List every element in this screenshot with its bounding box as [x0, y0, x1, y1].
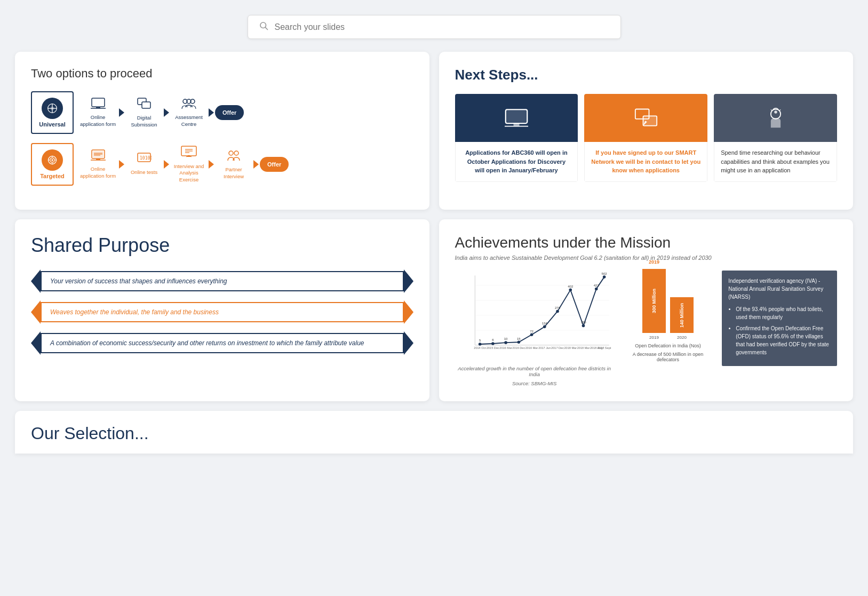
svg-text:270: 270 [554, 306, 560, 309]
targeted-pathway: Targeted Onlineapplication form 10101 On… [31, 142, 413, 186]
bar-year-2020: 2020 [677, 335, 687, 340]
step-label-tests: Online tests [131, 169, 157, 176]
info-list: Of the 93.4% people who had toilets, use… [728, 305, 831, 356]
svg-point-3 [51, 107, 54, 110]
targeted-label: Targeted [40, 173, 65, 179]
step-online-tests: 10101 Online tests [125, 149, 163, 179]
svg-point-47 [530, 333, 533, 336]
next-step-header-1 [455, 94, 578, 142]
arrow-t4 [253, 160, 259, 169]
purpose-item-3: A combination of economic success/securi… [31, 331, 413, 355]
bottom-partial: Our Selection... [0, 411, 868, 463]
targeted-start: Targeted [31, 143, 74, 186]
svg-text:2017 Dec: 2017 Dec [551, 346, 564, 349]
targeted-circle-icon [42, 149, 63, 171]
svg-text:422: 422 [593, 284, 599, 287]
step-label-assessment: AssessmentCentre [175, 114, 203, 128]
svg-text:502: 502 [601, 272, 607, 275]
svg-point-51 [582, 324, 585, 328]
svg-text:6: 6 [492, 338, 494, 341]
arrow-t3 [209, 160, 214, 169]
next-step-header-3 [714, 94, 837, 142]
bar-2019-label: 2019 [649, 259, 659, 265]
partner-icon [226, 149, 242, 164]
step-interview: Interview andAnalysisExercise [170, 142, 208, 186]
step-assessment: AssessmentCentre [170, 94, 208, 131]
slide4-title: Achievements under the Mission [455, 234, 838, 251]
svg-rect-5 [96, 107, 100, 108]
svg-text:10: 10 [504, 338, 507, 341]
svg-point-34 [774, 110, 777, 114]
chevron-right-1 [404, 269, 413, 293]
svg-text:10101: 10101 [140, 156, 152, 161]
svg-point-52 [594, 288, 598, 291]
arrow-t1 [119, 160, 124, 169]
universal-pathway: Universal Onlineapplication form Digital… [31, 91, 413, 134]
slide-next-steps: Next Steps... Applications for ABC360 wi… [439, 52, 854, 210]
svg-point-50 [569, 289, 572, 292]
svg-point-26 [229, 151, 233, 155]
slide-achievements: Achievements under the Mission India aim… [439, 219, 854, 401]
step-partner-interview: PartnerInterview [215, 146, 252, 183]
chevron-right-3 [404, 331, 413, 355]
info-bullet-1: Of the 93.4% people who had toilets, use… [736, 305, 831, 321]
svg-line-1 [265, 27, 267, 29]
slide1-title: Two options to proceed [31, 67, 413, 81]
chevron-left-1 [31, 269, 41, 293]
bar-2020-label-top: 2020 [676, 297, 687, 303]
search-bar [248, 15, 621, 39]
targeted-offer: Offer [260, 157, 289, 172]
step-label-online-app-1: Onlineapplication form [80, 114, 116, 128]
arrow2 [164, 108, 169, 117]
slide-two-options: Two options to proceed Universal Onlinea… [15, 52, 429, 210]
laptop-icon-2 [91, 149, 106, 164]
chat-icon [137, 97, 152, 113]
bar-year-2019: 2019 [649, 335, 659, 340]
chevron-right-2 [404, 300, 413, 324]
purpose-bar-2: Weaves together the individual, the fami… [41, 302, 404, 322]
line-chart-source: Source: SBMG-MIS [455, 380, 614, 386]
next-step-header-2 [584, 94, 707, 142]
svg-text:5: 5 [479, 339, 481, 342]
search-input[interactable] [275, 22, 610, 32]
bar-2020-value: 140 Million [679, 303, 684, 328]
arrow3 [209, 108, 214, 117]
next-step-card-2: If you have signed up to our SMART Netwo… [584, 94, 707, 182]
bar-col-2020: 2020 140 Million 2020 [670, 269, 694, 340]
svg-text:134: 134 [541, 322, 547, 325]
svg-point-43 [478, 343, 481, 346]
svg-text:15: 15 [516, 337, 520, 340]
svg-text:150: 150 [580, 321, 586, 324]
tests-icon: 10101 [137, 153, 152, 167]
universal-circle-icon [42, 98, 63, 119]
svg-text:2016 Mar: 2016 Mar [525, 346, 538, 349]
bar-chart-caption: Open Defecation in India (Nos) [635, 343, 701, 348]
next-steps-grid: Applications for ABC360 will open in Oct… [455, 94, 838, 182]
svg-text:2017 Jun: 2017 Jun [538, 346, 551, 349]
step-label-digital: DigitalSubmission [131, 115, 157, 128]
slide4-subtitle: India aims to achieve Sustainable Develo… [455, 255, 838, 261]
chevron-left-3 [31, 331, 41, 355]
step-online-app-2: Onlineapplication form [78, 146, 118, 182]
svg-text:72: 72 [530, 330, 533, 333]
line-chart-svg: 2014 Oct 2015 Dec 2016 Mar 2016 Dec 2016… [455, 271, 614, 360]
svg-rect-7 [142, 102, 150, 108]
svg-point-53 [602, 275, 606, 279]
arrow1 [119, 108, 124, 117]
svg-text:402: 402 [568, 285, 574, 288]
purpose-item-1: Your version of success that shapes and … [31, 269, 413, 293]
svg-point-46 [517, 340, 520, 344]
svg-text:2018 Mar: 2018 Mar [577, 346, 590, 349]
info-title: Independent verification agency (IVA) - … [728, 277, 831, 301]
universal-steps-row: Onlineapplication form DigitalSubmission [78, 94, 413, 131]
svg-rect-4 [92, 98, 105, 107]
bar-2020: 140 Million [670, 297, 694, 333]
bar-chart-note: A decrease of 500 Million in open defeca… [623, 352, 713, 362]
svg-rect-16 [96, 159, 100, 160]
line-chart-caption: Accelerated growth in the number of open… [455, 365, 614, 377]
svg-text:2015 Dec: 2015 Dec [486, 346, 499, 349]
info-bullet-2: Confirmed the Open Defecation Free (OFD)… [736, 324, 831, 356]
chevron-left-2 [31, 300, 41, 324]
step-online-app-1: Onlineapplication form [78, 94, 118, 131]
slide3-title: Shared Purpose [31, 234, 413, 257]
